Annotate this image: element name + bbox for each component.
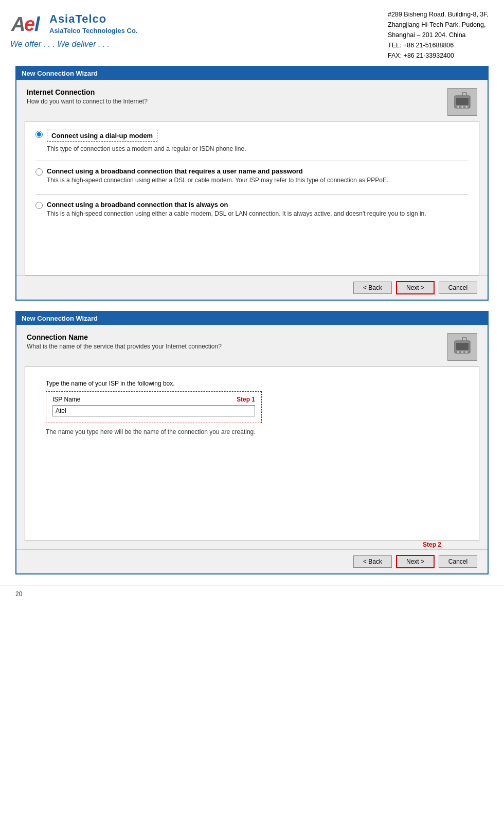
option1-text: Connect using a dial-up modem This type …: [47, 130, 246, 153]
wizard1-buttons: < Back Next > Cancel: [16, 275, 488, 300]
address-line1: #289 Bisheng Road, Building-8, 3F,: [388, 9, 489, 20]
option1-desc: This type of connection uses a modem and…: [47, 145, 246, 153]
wizard1-section-subtitle: How do you want to connect to the Intern…: [27, 98, 148, 105]
modem-icon: [447, 88, 477, 116]
address-line3: Shanghai – 201 204. China: [388, 30, 489, 40]
page-footer: 20: [0, 585, 504, 603]
divider1: [35, 161, 469, 161]
logo-area: A e l AsiaTelco AsiaTelco Technologies C…: [10, 9, 137, 49]
modem-svg-2: [452, 337, 473, 357]
option3-text: Connect using a broadband connection tha…: [47, 201, 426, 218]
option1-row: Connect using a dial-up modem This type …: [35, 130, 469, 153]
wizard1-section-header: Internet Connection How do you want to c…: [16, 80, 488, 121]
wizard1-next-button[interactable]: Next >: [396, 281, 435, 294]
wizard2-back-button[interactable]: < Back: [353, 555, 392, 568]
wizard2-body: Connection Name What is the name of the …: [16, 325, 488, 573]
svg-point-14: [461, 351, 463, 353]
wizard1-container: New Connection Wizard Internet Connectio…: [15, 66, 489, 301]
logo-graphic: A e l AsiaTelco AsiaTelco Technologies C…: [10, 9, 137, 38]
wizard1-titlebar: New Connection Wizard: [16, 67, 488, 80]
wizard1-content: Connect using a dial-up modem This type …: [25, 121, 479, 275]
step1-label: Step 1: [237, 396, 255, 403]
logo-icon: A e l: [10, 9, 46, 38]
wizard1-cancel-button[interactable]: Cancel: [439, 282, 477, 294]
wizard2-section-header: Connection Name What is the name of the …: [16, 325, 488, 366]
wizard1-section-title: Internet Connection: [27, 88, 148, 96]
wizard2-title-area: Connection Name What is the name of the …: [27, 333, 222, 350]
wizard2-buttons: < Back Next > Cancel: [16, 549, 488, 573]
svg-point-6: [461, 106, 463, 108]
svg-text:e: e: [24, 13, 35, 35]
wizard1-body: Internet Connection How do you want to c…: [16, 80, 488, 300]
wizard2-cancel-button[interactable]: Cancel: [439, 555, 477, 568]
isp-name-input[interactable]: [52, 405, 255, 416]
option2-label: Connect using a broadband connection tha…: [47, 167, 388, 175]
modem-svg: [452, 92, 473, 112]
svg-rect-4: [456, 98, 469, 105]
svg-point-7: [465, 106, 467, 108]
wizard1-back-button[interactable]: < Back: [353, 282, 392, 294]
isp-label-row: ISP Name Step 1: [52, 396, 255, 403]
wizard2-section-title: Connection Name: [27, 333, 222, 341]
isp-note: The name you type here will be the name …: [46, 428, 458, 435]
option2-row: Connect using a broadband connection tha…: [35, 167, 469, 185]
logo-full-name: AsiaTelco Technologies Co.: [49, 27, 137, 34]
option2-radio[interactable]: [35, 168, 43, 176]
wizard2-section-subtitle: What is the name of the service that pro…: [27, 343, 222, 350]
svg-text:l: l: [34, 13, 41, 35]
isp-field-label: ISP Name: [52, 396, 80, 403]
divider2: [35, 194, 469, 195]
svg-text:A: A: [11, 13, 25, 35]
svg-rect-12: [456, 343, 469, 350]
option3-desc: This is a high-speed connection using ei…: [47, 210, 426, 218]
logo-company-name: AsiaTelco: [49, 12, 137, 26]
page-header: A e l AsiaTelco AsiaTelco Technologies C…: [0, 0, 504, 66]
address-line2: Zhangjiang Hi-Tech Park, Pudong,: [388, 20, 489, 30]
wizard2-titlebar: New Connection Wizard: [16, 312, 488, 325]
wizard2-container: New Connection Wizard Connection Name Wh…: [15, 311, 489, 574]
address-block: #289 Bisheng Road, Building-8, 3F, Zhang…: [388, 9, 489, 61]
tel: TEL: +86 21-51688806: [388, 40, 489, 50]
option3-radio[interactable]: [35, 202, 43, 209]
svg-point-15: [465, 351, 467, 353]
logo-text-area: AsiaTelco AsiaTelco Technologies Co.: [49, 12, 137, 34]
wizard1-title-area: Internet Connection How do you want to c…: [27, 88, 148, 105]
option2-desc: This is a high-speed connection using ei…: [47, 176, 388, 185]
wizard2-content: Type the name of your ISP in the followi…: [25, 366, 479, 541]
wizard2-next-button[interactable]: Next >: [396, 555, 435, 568]
svg-point-13: [457, 351, 459, 353]
option3-row: Connect using a broadband connection tha…: [35, 201, 469, 218]
option1-label: Connect using a dial-up modem: [51, 132, 153, 140]
tagline: We offer . . . We deliver . . .: [10, 40, 137, 49]
isp-instruction: Type the name of your ISP in the followi…: [46, 380, 458, 387]
svg-point-5: [457, 106, 459, 108]
isp-field-box: ISP Name Step 1: [46, 391, 262, 423]
page-number: 20: [15, 590, 22, 598]
step2-above-buttons: Step 2: [16, 541, 488, 548]
option2-text: Connect using a broadband connection tha…: [47, 167, 388, 185]
option3-label: Connect using a broadband connection tha…: [47, 201, 426, 208]
modem-icon-2: [447, 333, 477, 361]
option1-radio[interactable]: [35, 131, 43, 138]
fax: FAX: +86 21-33932400: [388, 50, 489, 61]
isp-section: Type the name of your ISP in the followi…: [35, 375, 469, 439]
